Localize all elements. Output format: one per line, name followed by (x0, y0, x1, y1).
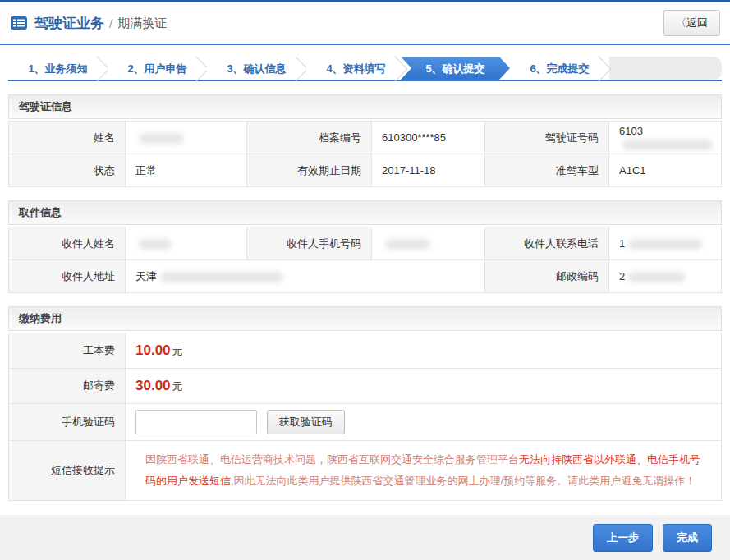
name-label: 姓名 (9, 122, 126, 154)
status-label: 状态 (9, 154, 126, 187)
redacted-mobile (385, 239, 430, 250)
sms-code-cell: 获取验证码 (126, 404, 722, 441)
production-fee-label: 工本费 (9, 333, 126, 369)
redacted-recipient-name (139, 239, 172, 250)
breadcrumb-current: 期满换证 (117, 16, 167, 31)
postcode-label: 邮政编码 (485, 260, 609, 293)
license-no-label: 驾驶证号码 (485, 122, 609, 154)
production-fee-value: 10.00元 (126, 333, 722, 369)
recipient-address-value: 天津 (126, 260, 485, 293)
footer-bar: 上一步 完成 (0, 515, 730, 560)
table-row: 收件人姓名 收件人手机号码 收件人联系电话 1 (9, 227, 722, 260)
pickup-info-table: 收件人姓名 收件人手机号码 收件人联系电话 1 收件人地址 天津 邮政编码 2 (8, 227, 722, 293)
redacted-postcode (628, 272, 686, 282)
table-row: 工本费 10.00元 (9, 333, 722, 369)
redacted-license-no (622, 140, 713, 150)
step-4-fill-materials: 4、资料填写 (306, 57, 406, 80)
mailing-fee-label: 邮寄费 (9, 369, 126, 404)
mailing-fee-value: 30.00元 (126, 369, 722, 404)
redacted-address (160, 272, 283, 282)
recipient-name-label: 收件人姓名 (9, 227, 126, 260)
recipient-name-value (126, 227, 247, 260)
previous-step-button[interactable]: 上一步 (593, 524, 653, 552)
redacted-phone (628, 239, 702, 250)
sms-notice-label: 短信接收提示 (9, 441, 126, 501)
status-value: 正常 (126, 154, 247, 187)
vehicle-class-value: A1C1 (609, 154, 722, 187)
sms-notice-cell: 因陕西省联通、电信运营商技术问题，陕西省互联网交通安全综合服务管理平台无法向持陕… (126, 441, 722, 501)
step-2-user-declaration: 2、用户申告 (108, 57, 207, 80)
step-nav-filler (609, 57, 722, 80)
recipient-phone-value: 1 (609, 227, 722, 260)
file-no-value: 610300****85 (372, 122, 485, 154)
expiry-label: 有效期止日期 (247, 154, 372, 187)
recipient-mobile-value (372, 227, 485, 260)
fees-table: 工本费 10.00元 邮寄费 30.00元 手机验证码 获取验证码 短信接收提示… (8, 333, 722, 501)
license-no-value: 6103 (609, 122, 722, 154)
section-fees: 缴纳费用 工本费 10.00元 邮寄费 30.00元 手机验证码 获取验证码 短… (8, 306, 722, 501)
recipient-address-label: 收件人地址 (9, 260, 126, 293)
section-license-info: 驾驶证信息 姓名 档案编号 610300****85 驾驶证号码 6103 状态… (8, 94, 722, 187)
postcode-value: 2 (609, 260, 722, 293)
step-nav: 1、业务须知 2、用户申告 3、确认信息 4、资料填写 5、确认提交 6、完成提… (8, 57, 722, 81)
redacted-name (139, 133, 184, 144)
page-title: 驾驶证业务 (34, 14, 104, 33)
sms-code-input[interactable] (135, 410, 257, 434)
breadcrumb-separator: / (109, 16, 112, 30)
step-6-complete-submit: 6、完成提交 (510, 57, 609, 80)
table-row: 手机验证码 获取验证码 (9, 404, 722, 441)
section-title-fees: 缴纳费用 (8, 306, 722, 331)
recipient-mobile-label: 收件人手机号码 (247, 227, 372, 260)
header: 驾驶证业务 / 期满换证 〈返回 (0, 2, 730, 45)
step-5-confirm-submit: 5、确认提交 (401, 57, 510, 80)
step-3-confirm-info: 3、确认信息 (207, 57, 306, 80)
page: 驾驶证业务 / 期满换证 〈返回 1、业务须知 2、用户申告 3、确认信息 4、… (0, 0, 730, 560)
back-button[interactable]: 〈返回 (663, 10, 720, 36)
file-no-label: 档案编号 (247, 122, 372, 154)
step-1-business-notice: 1、业务须知 (8, 57, 108, 80)
expiry-value: 2017-11-18 (372, 154, 485, 187)
table-row: 邮寄费 30.00元 (9, 369, 722, 404)
table-row: 收件人地址 天津 邮政编码 2 (9, 260, 722, 293)
recipient-phone-label: 收件人联系电话 (485, 227, 609, 260)
name-value (126, 122, 247, 154)
vehicle-class-label: 准驾车型 (485, 154, 609, 187)
table-row: 短信接收提示 因陕西省联通、电信运营商技术问题，陕西省互联网交通安全综合服务管理… (9, 441, 722, 501)
section-title-pickup: 取件信息 (8, 200, 722, 225)
license-info-table: 姓名 档案编号 610300****85 驾驶证号码 6103 状态 正常 有效… (8, 121, 722, 187)
section-title-license: 驾驶证信息 (8, 94, 722, 119)
get-sms-code-button[interactable]: 获取验证码 (267, 410, 345, 434)
sms-notice-text: 因陕西省联通、电信运营商技术问题，陕西省互联网交通安全综合服务管理平台无法向持陕… (135, 441, 721, 500)
section-pickup-info: 取件信息 收件人姓名 收件人手机号码 收件人联系电话 1 收件人地址 天津 邮政… (8, 200, 722, 293)
finish-button[interactable]: 完成 (663, 524, 712, 552)
license-business-icon (10, 16, 28, 30)
table-row: 姓名 档案编号 610300****85 驾驶证号码 6103 (9, 122, 722, 154)
sms-code-label: 手机验证码 (9, 404, 126, 441)
table-row: 状态 正常 有效期止日期 2017-11-18 准驾车型 A1C1 (9, 154, 722, 187)
